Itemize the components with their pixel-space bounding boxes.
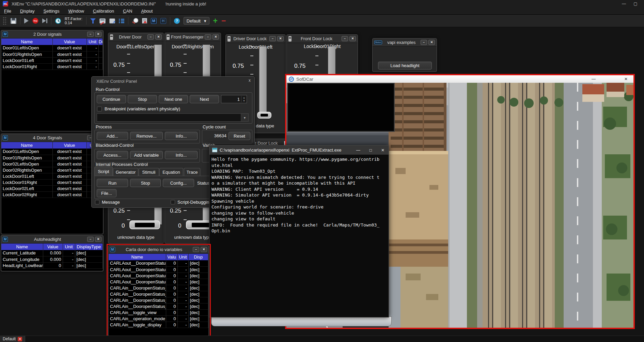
table-row[interactable]: Current_Longitude0.000-[dec] bbox=[1, 256, 103, 262]
table-row[interactable]: LockDoor01Rightdoesn't exist- bbox=[1, 63, 103, 69]
column-header[interactable]: Unit bbox=[87, 38, 98, 45]
script-stop-button[interactable]: Stop bbox=[130, 179, 161, 187]
titlebar[interactable]: M Carla door demo io variables – ✕ bbox=[108, 246, 209, 254]
process-add-button[interactable]: Add... bbox=[97, 132, 128, 140]
close-button[interactable]: ✕ bbox=[95, 237, 101, 242]
close-sheet-icon[interactable]: ✕ bbox=[18, 337, 22, 341]
table-row[interactable]: LockDoor02Leftdoesn't exist- bbox=[1, 185, 103, 191]
column-header[interactable]: Value bbox=[52, 38, 87, 45]
column-header[interactable]: Value bbox=[52, 142, 87, 149]
titlebar[interactable]: M 2 Door signals – ✕ bbox=[1, 30, 103, 38]
minimize-button[interactable]: – bbox=[421, 40, 427, 45]
menu-item[interactable]: Window bbox=[68, 9, 84, 14]
table-row[interactable]: HeadLight_LowBeam0-[dec] bbox=[1, 262, 103, 268]
column-header[interactable]: Displ bbox=[98, 38, 103, 45]
pygame-camera-window[interactable] bbox=[287, 83, 395, 132]
table-row[interactable]: LockDoor01Leftdoesn't exist- bbox=[1, 173, 103, 179]
minimize-button[interactable]: – bbox=[87, 237, 94, 242]
file-button[interactable]: File... bbox=[97, 189, 116, 197]
minimize-button[interactable]: – bbox=[87, 32, 94, 37]
step-icon[interactable] bbox=[42, 18, 47, 23]
table-row[interactable]: Door01LeftIsOpendoesn't exist- bbox=[1, 45, 103, 51]
spinner-arrows[interactable]: ▴▾ bbox=[241, 96, 247, 102]
close-button[interactable]: ✕ bbox=[201, 247, 207, 252]
close-button[interactable]: ✕ bbox=[277, 36, 284, 41]
table-row[interactable]: LockDoor01Leftdoesn't exist- bbox=[1, 57, 103, 63]
menu-item[interactable]: About bbox=[141, 9, 153, 14]
blackboard-access-button[interactable]: Access... bbox=[97, 151, 128, 159]
column-header[interactable]: Valu bbox=[166, 254, 177, 260]
save-icon[interactable] bbox=[11, 18, 16, 24]
titlebar[interactable]: C:\vapisandbox\carlaopenxil\openxiExtPro… bbox=[209, 145, 389, 155]
next-button[interactable]: Next bbox=[190, 95, 219, 103]
table-row[interactable]: CARLAin__DooropenStatus_FR0-[dec] bbox=[109, 291, 208, 297]
menu-item[interactable]: CAN bbox=[123, 9, 132, 14]
stop-icon[interactable]: Stop bbox=[32, 18, 38, 24]
spin-down-icon[interactable]: ▾ bbox=[244, 99, 245, 102]
table-row[interactable]: LockDoor02Rightdoesn't exist- bbox=[1, 191, 103, 198]
slider-handle[interactable] bbox=[129, 220, 160, 229]
close-button[interactable]: ✕ bbox=[95, 32, 101, 37]
add-profile-icon[interactable]: + bbox=[213, 18, 218, 24]
titlebar[interactable]: Driver Door Lock – ✕ bbox=[226, 35, 285, 43]
message-checkbox[interactable] bbox=[95, 200, 99, 204]
minimize-button[interactable]: – bbox=[193, 247, 199, 252]
close-button[interactable]: ✕ bbox=[213, 34, 219, 40]
minimize-button[interactable]: – bbox=[342, 36, 348, 41]
oscilloscope-icon[interactable] bbox=[99, 18, 106, 24]
close-button[interactable]: ✕ bbox=[624, 77, 628, 81]
titlebar[interactable]: Button vapi examples – ✕ bbox=[373, 38, 437, 47]
column-header[interactable]: Unit bbox=[177, 254, 188, 260]
close-button[interactable]: ✕ bbox=[381, 148, 384, 153]
console-output[interactable]: Hello from the pygame community. https:/… bbox=[209, 155, 389, 236]
table-row[interactable]: Current_Latitude0.000-[dec] bbox=[1, 250, 103, 256]
close-button[interactable]: ✕ bbox=[428, 40, 435, 45]
h-window-icon[interactable]: H bbox=[160, 18, 166, 24]
list-icon[interactable] bbox=[119, 18, 124, 23]
menu-item[interactable]: Settings bbox=[44, 9, 60, 14]
table-row[interactable]: Door01RightIsOpendoesn't exist- bbox=[1, 51, 103, 57]
search-icon[interactable] bbox=[132, 18, 138, 24]
filter-icon[interactable] bbox=[90, 18, 96, 24]
script-run-button[interactable]: Run bbox=[97, 179, 128, 187]
sheet-tab-default[interactable]: Default ✕ bbox=[0, 336, 25, 342]
load-headlight-button[interactable]: Load headlight bbox=[378, 62, 432, 69]
column-header[interactable]: Disp bbox=[188, 254, 208, 260]
titlebar[interactable]: Front Door Lock – ✕ bbox=[287, 35, 358, 43]
table-row[interactable]: Door02RightIsOpendoesn't exist- bbox=[1, 167, 103, 173]
close-button[interactable]: ✕ bbox=[155, 34, 162, 40]
stop-button[interactable]: Stop bbox=[128, 95, 157, 103]
cycle-reset-button[interactable]: Reset bbox=[229, 132, 250, 140]
minimize-button[interactable]: – bbox=[147, 34, 154, 40]
column-header[interactable]: Name bbox=[1, 244, 43, 250]
column-header[interactable]: Value bbox=[43, 244, 63, 250]
table-row[interactable]: CARLAin__operation_mode0-[dec] bbox=[109, 315, 208, 322]
continue-button[interactable]: Continue bbox=[97, 95, 126, 103]
table-row[interactable]: CARLAout__DooropenStatus_FR0-[dec] bbox=[109, 266, 208, 273]
minimize-button[interactable]: – bbox=[205, 34, 211, 40]
chevron-down-icon[interactable]: ▾ bbox=[241, 114, 248, 121]
table-row[interactable]: LockDoor01Rightdoesn't exist- bbox=[1, 179, 103, 185]
table-row[interactable]: CARLAin__DooropenStatus_FL0-[dec] bbox=[109, 285, 208, 291]
titlebar[interactable]: M Autoheadlight – ✕ bbox=[1, 235, 103, 244]
slider-handle[interactable] bbox=[257, 112, 271, 119]
close-icon[interactable]: x bbox=[247, 78, 252, 83]
table-row[interactable]: CARLAin__toggle_view0-[dec] bbox=[109, 309, 208, 315]
next-one-button[interactable]: Next one bbox=[159, 95, 188, 103]
profile-select[interactable]: Default ▾ bbox=[184, 17, 209, 25]
script-debugging-checkbox[interactable] bbox=[171, 200, 175, 204]
titlebar[interactable]: M 4 Door Signals – ✕ bbox=[1, 134, 103, 142]
column-header[interactable]: Name bbox=[109, 254, 166, 260]
column-header[interactable]: Name bbox=[1, 142, 52, 149]
tab-generator[interactable]: Generator bbox=[113, 168, 138, 176]
breakpoint-checkbox[interactable] bbox=[97, 107, 102, 111]
table-row[interactable]: Door01LeftIsOpendoesn't exist- bbox=[1, 149, 103, 155]
titlebar[interactable]: ZF SofDCar — ✕ bbox=[286, 75, 633, 83]
report-icon[interactable] bbox=[142, 18, 147, 24]
table-row[interactable]: Door01RightIsOpendoesn't exist- bbox=[1, 155, 103, 161]
table-row[interactable]: CARLAout__DooropenStatus_RL0-[dec] bbox=[109, 273, 208, 279]
blackboard-info-button[interactable]: Info... bbox=[165, 151, 198, 159]
clock-icon[interactable] bbox=[55, 18, 61, 24]
script-config-button[interactable]: Config... bbox=[163, 179, 194, 187]
play-icon[interactable] bbox=[24, 18, 29, 24]
